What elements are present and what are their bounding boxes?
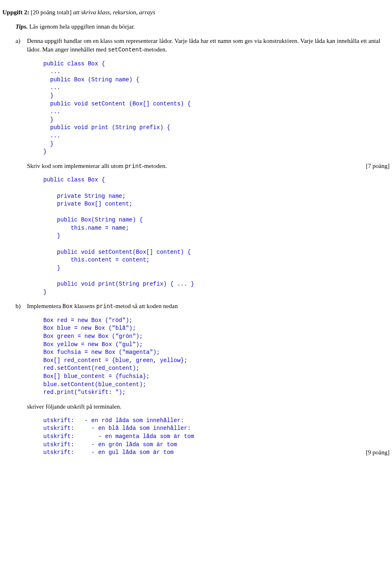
heading-topic: att skriva klass, rekursion, arrays — [73, 9, 155, 16]
item-b-mid-text: skriver följande utskrift på terminalen. — [27, 402, 390, 411]
points-a: [7 poäng] — [363, 162, 390, 177]
box-code: Box — [62, 303, 73, 310]
skriv-text-1: Skriv kod som implementerar allt utom — [27, 163, 125, 169]
item-b-code-output: utskrift: - en röd låda som innehåller: … — [43, 417, 363, 457]
item-b-marker: b) — [16, 302, 27, 457]
item-a-body: Denna uppgift handlar om en klass som re… — [27, 37, 390, 302]
item-b-code-setup: Box red = new Box ("röd"); Box blue = ne… — [43, 317, 390, 397]
item-b-intro: Implementera Box klassens print-metod så… — [27, 302, 390, 311]
setcontent-code: setContent — [108, 47, 142, 53]
skriv-text-2: -metoden. — [142, 163, 167, 169]
tips-label: Tips. — [16, 23, 28, 30]
print-code-b: print — [96, 303, 114, 310]
item-a-intro: Denna uppgift handlar om en klass som re… — [27, 37, 390, 54]
b-intro-3: -metod så att koden nedan — [114, 303, 178, 309]
tips-line: Tips. Läs igenom hela uppgiften innan du… — [16, 22, 390, 31]
item-a-intro-text-1: Denna uppgift handlar om en klass som re… — [27, 38, 380, 53]
item-b-body: Implementera Box klassens print-metod så… — [27, 302, 390, 457]
heading-points: [20 poäng totalt] — [31, 9, 71, 16]
list-item-b: b) Implementera Box klassens print-metod… — [16, 302, 390, 457]
item-a-code-skeleton: public class Box { ... public Box (Strin… — [43, 60, 390, 156]
item-a-marker: a) — [16, 37, 27, 302]
list-item-a: a) Denna uppgift handlar om en klass som… — [16, 37, 390, 302]
item-b-output-row: utskrift: - en röd låda som innehåller: … — [27, 417, 390, 457]
print-code: print — [125, 163, 142, 170]
b-intro-1: Implementera — [27, 303, 62, 309]
item-a-intro-text-2: -metoden. — [142, 46, 167, 53]
item-a-skriv: Skriv kod som implementerar allt utom pr… — [27, 162, 363, 171]
task-heading: Uppgift 2: [20 poäng totalt] att skriva … — [2, 8, 390, 17]
item-a-skriv-row: Skriv kod som implementerar allt utom pr… — [27, 162, 390, 177]
b-intro-2: klassens — [73, 303, 96, 309]
item-a-code-solution: public class Box { private String name; … — [43, 176, 390, 296]
heading-prefix: Uppgift 2: — [2, 9, 29, 16]
tips-text: Läs igenom hela uppgiften innan du börja… — [29, 23, 135, 30]
points-b: [9 poäng] — [363, 448, 390, 457]
